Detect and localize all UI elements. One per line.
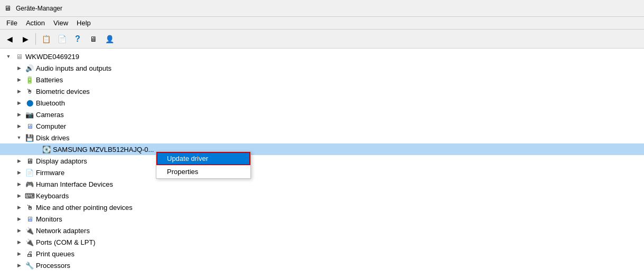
mice-icon: 🖱 bbox=[25, 203, 34, 212]
mice-label: Mice and other pointing devices bbox=[36, 204, 133, 211]
printqueues-label: Print queues bbox=[36, 250, 74, 258]
tree-item-mice[interactable]: ▶ 🖱 Mice and other pointing devices bbox=[0, 201, 644, 213]
tree-item-firmware[interactable]: ▶ 📄 Firmware bbox=[0, 167, 644, 178]
hid-label: Human Interface Devices bbox=[36, 180, 113, 188]
diskdrives-icon: 💾 bbox=[25, 133, 34, 142]
monitors-label: Monitors bbox=[36, 215, 62, 223]
bluetooth-icon: ⬤ bbox=[25, 98, 34, 108]
tree-item-hid[interactable]: ▶ 🎮 Human Interface Devices bbox=[0, 178, 644, 190]
menu-view[interactable]: View bbox=[49, 18, 72, 28]
tree-item-monitors[interactable]: ▶ 🖥 Monitors bbox=[0, 213, 644, 225]
tree-item-keyboards[interactable]: ▶ ⌨ Keyboards bbox=[0, 190, 644, 201]
expand-hid[interactable]: ▶ bbox=[15, 180, 23, 188]
toolbar-sep1 bbox=[35, 33, 36, 45]
toolbar-drivers[interactable]: 📄 bbox=[54, 32, 69, 46]
device-tree[interactable]: ▼ 🖥 WKWDE0469219 ▶ 🔊 Audio inputs and ou… bbox=[0, 49, 644, 279]
menu-file[interactable]: File bbox=[2, 18, 22, 28]
processors-icon: 🔧 bbox=[25, 261, 34, 270]
tree-item-printqueues[interactable]: ▶ 🖨 Print queues bbox=[0, 248, 644, 259]
audio-icon: 🔊 bbox=[25, 63, 34, 73]
processors-label: Processors bbox=[36, 262, 70, 270]
firmware-icon: 📄 bbox=[25, 168, 34, 177]
printqueues-icon: 🖨 bbox=[25, 249, 34, 258]
expand-display[interactable]: ▶ bbox=[15, 157, 23, 165]
expand-printqueues[interactable]: ▶ bbox=[15, 249, 23, 258]
expand-bluetooth[interactable]: ▶ bbox=[15, 99, 23, 107]
toolbar-forward[interactable]: ▶ bbox=[18, 32, 33, 46]
expand-mice[interactable]: ▶ bbox=[15, 203, 23, 211]
expand-ports[interactable]: ▶ bbox=[15, 238, 23, 246]
biometric-label: Biometric devices bbox=[36, 88, 90, 95]
expand-network[interactable]: ▶ bbox=[15, 226, 23, 235]
computer-icon: 🖥 bbox=[25, 121, 34, 131]
toolbar-add[interactable]: 👤 bbox=[102, 32, 117, 46]
audio-label: Audio inputs and outputs bbox=[36, 64, 111, 72]
context-menu: Update driver Properties bbox=[156, 151, 251, 179]
bluetooth-label: Bluetooth bbox=[36, 99, 65, 107]
expand-biometric[interactable]: ▶ bbox=[15, 87, 23, 95]
cameras-icon: 📷 bbox=[25, 110, 34, 119]
tree-item-computer[interactable]: ▶ 🖥 Computer bbox=[0, 120, 644, 132]
toolbar-help[interactable]: ? bbox=[70, 32, 85, 46]
expand-computer[interactable]: ▶ bbox=[15, 122, 23, 130]
root-label: WKWDE0469219 bbox=[25, 53, 79, 61]
tree-item-batteries[interactable]: ▶ 🔋 Batteries bbox=[0, 74, 644, 85]
computer-label: Computer bbox=[36, 122, 66, 130]
menu-action[interactable]: Action bbox=[22, 18, 49, 28]
diskdrives-label: Disk drives bbox=[36, 134, 70, 142]
monitors-icon: 🖥 bbox=[25, 214, 34, 224]
root-icon: 🖥 bbox=[14, 52, 24, 61]
tree-item-ports[interactable]: ▶ 🔌 Ports (COM & LPT) bbox=[0, 236, 644, 248]
batteries-icon: 🔋 bbox=[25, 75, 34, 84]
toolbar-properties[interactable]: 📋 bbox=[39, 32, 53, 46]
tree-item-network[interactable]: ▶ 🔌 Network adapters bbox=[0, 225, 644, 236]
context-menu-item-update-driver[interactable]: Update driver bbox=[156, 152, 250, 165]
app-title: Geräte-Manager bbox=[16, 5, 62, 12]
ports-label: Ports (COM & LPT) bbox=[36, 238, 96, 246]
expand-root[interactable]: ▼ bbox=[4, 52, 13, 61]
samsung-label: SAMSUNG MZVLB512HAJQ-0... bbox=[53, 146, 154, 153]
expand-diskdrives[interactable]: ▼ bbox=[15, 133, 23, 142]
cameras-label: Cameras bbox=[36, 111, 64, 119]
tree-item-processors[interactable]: ▶ 🔧 Processors bbox=[0, 259, 644, 271]
expand-processors[interactable]: ▶ bbox=[15, 261, 23, 270]
tree-root[interactable]: ▼ 🖥 WKWDE0469219 bbox=[0, 51, 644, 62]
display-label: Display adaptors bbox=[36, 157, 87, 165]
tree-item-diskdrives[interactable]: ▼ 💾 Disk drives bbox=[0, 132, 644, 143]
network-icon: 🔌 bbox=[25, 226, 34, 235]
display-icon: 🖥 bbox=[25, 156, 34, 166]
toolbar-back[interactable]: ◀ bbox=[2, 32, 17, 46]
biometric-icon: 🖱 bbox=[25, 86, 34, 96]
menu-help[interactable]: Help bbox=[72, 18, 95, 28]
context-menu-item-properties[interactable]: Properties bbox=[156, 165, 250, 178]
tree-item-cameras[interactable]: ▶ 📷 Cameras bbox=[0, 109, 644, 120]
expand-batteries[interactable]: ▶ bbox=[15, 75, 23, 84]
toolbar-scan[interactable]: 🖥 bbox=[86, 32, 101, 46]
ports-icon: 🔌 bbox=[25, 237, 34, 247]
expand-monitors[interactable]: ▶ bbox=[15, 215, 23, 223]
samsung-icon: 💽 bbox=[42, 145, 51, 154]
batteries-label: Batteries bbox=[36, 76, 63, 84]
hid-icon: 🎮 bbox=[25, 179, 34, 189]
tree-item-display[interactable]: ▶ 🖥 Display adaptors bbox=[0, 155, 644, 167]
expand-cameras[interactable]: ▶ bbox=[15, 110, 23, 119]
menu-bar: File Action View Help bbox=[0, 17, 644, 30]
tree-item-bluetooth[interactable]: ▶ ⬤ Bluetooth bbox=[0, 97, 644, 109]
network-label: Network adapters bbox=[36, 227, 90, 235]
expand-samsung bbox=[32, 145, 40, 153]
tree-item-samsung[interactable]: 💽 SAMSUNG MZVLB512HAJQ-0... bbox=[0, 143, 644, 155]
main-content: ▼ 🖥 WKWDE0469219 ▶ 🔊 Audio inputs and ou… bbox=[0, 49, 644, 279]
toolbar: ◀ ▶ 📋 📄 ? 🖥 👤 bbox=[0, 30, 644, 49]
expand-firmware[interactable]: ▶ bbox=[15, 168, 23, 177]
app-icon: 🖥 bbox=[4, 4, 13, 13]
tree-item-biometric[interactable]: ▶ 🖱 Biometric devices bbox=[0, 85, 644, 97]
expand-audio[interactable]: ▶ bbox=[15, 64, 23, 72]
firmware-label: Firmware bbox=[36, 169, 64, 177]
keyboards-icon: ⌨ bbox=[25, 191, 34, 200]
tree-item-audio[interactable]: ▶ 🔊 Audio inputs and outputs bbox=[0, 62, 644, 74]
title-bar: 🖥 Geräte-Manager bbox=[0, 0, 644, 17]
expand-keyboards[interactable]: ▶ bbox=[15, 191, 23, 200]
keyboards-label: Keyboards bbox=[36, 192, 69, 200]
